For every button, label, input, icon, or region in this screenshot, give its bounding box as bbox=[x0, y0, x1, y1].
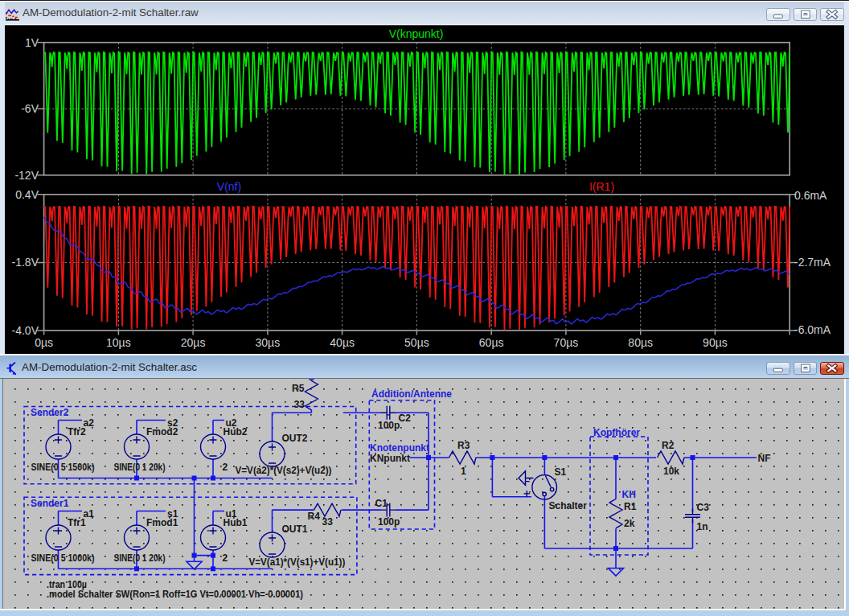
svg-text:0.4V: 0.4V bbox=[15, 188, 39, 201]
svg-text:2: 2 bbox=[223, 462, 228, 473]
svg-text:1: 1 bbox=[461, 466, 466, 477]
svg-text:100p: 100p bbox=[378, 420, 400, 431]
svg-text:V(knpunkt): V(knpunkt) bbox=[389, 27, 444, 40]
svg-text:SINE(0 5 1500k): SINE(0 5 1500k) bbox=[31, 462, 95, 473]
svg-text:33: 33 bbox=[294, 399, 306, 410]
svg-text:R5: R5 bbox=[292, 383, 305, 394]
svg-text:20µs: 20µs bbox=[181, 336, 206, 349]
svg-text:C3: C3 bbox=[697, 502, 710, 513]
svg-text:Kopfhörer: Kopfhörer bbox=[593, 427, 640, 438]
svg-text:-2.7mA: -2.7mA bbox=[794, 256, 831, 269]
svg-text:V(nf): V(nf) bbox=[217, 180, 241, 193]
svg-text:-6.0mA: -6.0mA bbox=[794, 323, 831, 336]
svg-text:0µs: 0µs bbox=[35, 336, 53, 349]
svg-text:V=V(a2)*(V(s2)+V(u2)): V=V(a2)*(V(s2)+V(u2)) bbox=[236, 465, 332, 476]
svg-text:SINE(0 5 1000k): SINE(0 5 1000k) bbox=[31, 552, 95, 564]
svg-text:SINE(0 1 20k): SINE(0 1 20k) bbox=[114, 462, 166, 473]
svg-text:1V: 1V bbox=[25, 36, 39, 49]
svg-text:80µs: 80µs bbox=[628, 336, 653, 349]
svg-text:NF: NF bbox=[758, 453, 771, 464]
svg-text:-12V: -12V bbox=[14, 169, 39, 182]
svg-text:2k: 2k bbox=[624, 518, 635, 529]
svg-text:10µs: 10µs bbox=[106, 336, 131, 349]
svg-text:Sender2: Sender2 bbox=[31, 407, 69, 418]
svg-text:Tfr1: Tfr1 bbox=[68, 517, 86, 528]
svg-text:OUT2: OUT2 bbox=[282, 433, 308, 444]
svg-text:Sender1: Sender1 bbox=[31, 498, 69, 509]
svg-text:R1: R1 bbox=[624, 501, 637, 512]
svg-text:V=V(a1)*(V(s1)+V(u1)): V=V(a1)*(V(s1)+V(u1)) bbox=[248, 556, 345, 568]
svg-text:.model Schalter SW(Ron=1 Roff=: .model Schalter SW(Ron=1 Roff=1G Vt=0.00… bbox=[47, 589, 303, 600]
svg-text:40µs: 40µs bbox=[330, 336, 355, 349]
svg-text:I(R1): I(R1) bbox=[589, 180, 614, 193]
svg-text:Fmod2: Fmod2 bbox=[146, 426, 178, 437]
svg-text:1n: 1n bbox=[697, 521, 708, 532]
svg-text:SINE(0 1 20k): SINE(0 1 20k) bbox=[114, 552, 166, 564]
svg-text:KH: KH bbox=[622, 489, 636, 500]
svg-text:30µs: 30µs bbox=[256, 336, 281, 349]
svg-text:33: 33 bbox=[322, 516, 334, 528]
svg-text:100p: 100p bbox=[378, 516, 400, 528]
svg-text:60µs: 60µs bbox=[479, 336, 504, 349]
svg-text:C1: C1 bbox=[375, 498, 388, 509]
svg-text:70µs: 70µs bbox=[554, 336, 579, 349]
svg-text:Hub2: Hub2 bbox=[224, 426, 248, 437]
svg-text:Fmod1: Fmod1 bbox=[146, 517, 178, 528]
svg-text:50µs: 50µs bbox=[404, 336, 429, 349]
svg-text:OUT1: OUT1 bbox=[282, 524, 308, 535]
svg-text:10k: 10k bbox=[663, 466, 679, 477]
svg-text:Addition/Antenne: Addition/Antenne bbox=[371, 388, 452, 400]
svg-text:Tfr2: Tfr2 bbox=[68, 426, 86, 437]
svg-text:S1: S1 bbox=[555, 466, 567, 478]
svg-text:Knotenpunkt: Knotenpunkt bbox=[370, 442, 429, 454]
svg-text:C2: C2 bbox=[399, 413, 412, 424]
svg-text:-1.8V: -1.8V bbox=[12, 256, 39, 269]
svg-text:R4: R4 bbox=[308, 511, 321, 522]
svg-text:Hub1: Hub1 bbox=[224, 517, 248, 528]
svg-text:0.6mA: 0.6mA bbox=[794, 189, 827, 202]
svg-text:90µs: 90µs bbox=[703, 336, 728, 349]
svg-text:R3: R3 bbox=[457, 440, 470, 451]
svg-text:2: 2 bbox=[223, 552, 228, 564]
svg-text:KNpunkt: KNpunkt bbox=[370, 453, 410, 464]
svg-text:Schalter: Schalter bbox=[549, 500, 588, 511]
svg-text:-6V: -6V bbox=[21, 102, 39, 115]
svg-text:R2: R2 bbox=[662, 440, 675, 451]
